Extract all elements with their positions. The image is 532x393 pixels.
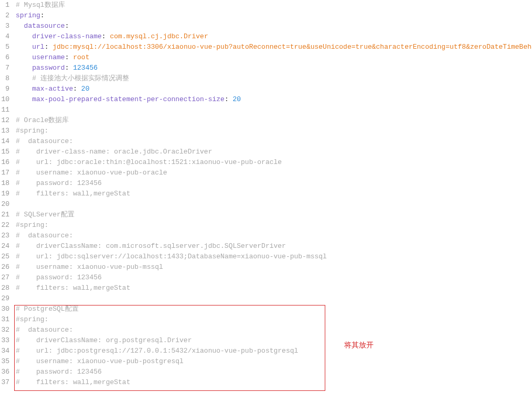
code-line: 26# username: xiaonuo-vue-pub-mssql [0,262,532,272]
line-number: 9 [0,84,13,94]
token: # username: xiaonuo-vue-pub-oracle [16,169,167,177]
line-number: 25 [0,252,13,262]
code-content: username: root [13,52,532,63]
token: root [73,53,89,61]
code-content: url: jdbc:mysql://localhost:3306/xiaonuo… [13,42,532,52]
code-line: 17# username: xiaonuo-vue-pub-oracle [0,168,532,178]
code-content [13,199,532,210]
token: : [45,43,53,51]
token: # url: jdbc:sqlserver://localhost:1433;D… [16,253,327,260]
code-line: 20 [0,199,532,210]
line-number: 32 [0,325,13,335]
line-number: 37 [0,377,13,388]
token: username [32,53,65,61]
token: #spring: [16,221,48,229]
code-content: # SQLServer配置 [13,210,532,220]
code-line: 13#spring: [0,126,532,136]
token: : [73,85,81,93]
line-number: 21 [0,210,13,220]
code-line: 29 [0,293,532,304]
code-content: max-pool-prepared-statement-per-connecti… [13,94,532,105]
token: # url: jdbc:oracle:thin:@localhost:1521:… [16,158,282,166]
code-line: 31#spring: [0,314,532,325]
code-line: 10 max-pool-prepared-statement-per-conne… [0,94,532,105]
code-content: password: 123456 [13,63,532,73]
code-line: 1# Mysql数据库 [0,0,532,10]
token: # username: xiaonuo-vue-pub-postgresql [16,357,184,365]
token: : [65,22,69,30]
token: max-pool-prepared-statement-per-connecti… [32,95,225,103]
line-number: 14 [0,136,13,147]
code-content [13,105,532,115]
token [16,43,32,51]
token: #spring: [16,127,48,135]
code-content: datasource: [13,21,532,31]
line-number: 4 [0,31,13,42]
code-content: # Oracle数据库 [13,115,532,126]
code-line: 12# Oracle数据库 [0,115,532,126]
line-number: 16 [0,157,13,168]
token: 20 [233,95,241,103]
token [16,95,32,103]
line-number: 28 [0,283,13,293]
code-content: # filters: wall,mergeStat [13,283,532,293]
code-line: 32# datasource: [0,325,532,335]
line-number: 36 [0,367,13,377]
line-number: 1 [0,0,13,10]
line-number: 2 [0,10,13,21]
token [16,22,24,30]
line-number: 10 [0,94,13,105]
token: # password: 123456 [16,368,102,376]
token: # datasource: [16,137,73,145]
code-content: #spring: [13,126,532,136]
line-number: 5 [0,42,13,52]
code-line: 33# driverClassName: org.postgresql.Driv… [0,335,532,346]
token: # password: 123456 [16,274,102,281]
code-line: 19# filters: wall,mergeStat [0,189,532,199]
code-content: # driverClassName: org.postgresql.Driver [13,335,532,346]
line-number: 29 [0,293,13,304]
token: # PostgreSQL配置 [16,305,79,313]
token: # url: jdbc:postgresql://127.0.0.1:5432/… [16,347,298,355]
token: #spring: [16,315,48,323]
line-number: 24 [0,241,13,252]
line-number: 13 [0,126,13,136]
token: 20 [81,85,90,93]
code-content: # url: jdbc:sqlserver://localhost:1433;D… [13,252,532,262]
code-content: # username: xiaonuo-vue-pub-postgresql [13,356,532,367]
line-number: 3 [0,21,13,31]
annotation-label: 将其放开 [344,340,374,350]
code-line: 15# driver-class-name: oracle.jdbc.Oracl… [0,147,532,157]
code-line: 9 max-active: 20 [0,84,532,94]
code-content: # driverClassName: com.microsoft.sqlserv… [13,241,532,252]
line-number: 35 [0,356,13,367]
code-content: # PostgreSQL配置 [13,304,532,314]
code-line: 7 password: 123456 [0,63,532,73]
line-number: 34 [0,346,13,356]
line-number: 23 [0,231,13,241]
token [16,64,32,72]
token [16,32,32,40]
line-number: 15 [0,147,13,157]
token [16,74,32,82]
line-number: 11 [0,105,13,115]
line-number: 12 [0,115,13,126]
code-content [13,293,532,304]
token: # SQLServer配置 [16,211,75,219]
line-number: 18 [0,178,13,189]
code-line: 18# password: 123456 [0,178,532,189]
token: password [32,64,65,72]
code-line: 3 datasource: [0,21,532,31]
code-line: 35# username: xiaonuo-vue-pub-postgresql [0,356,532,367]
code-line: 23# datasource: [0,231,532,241]
code-line: 2spring: [0,10,532,21]
line-number: 8 [0,73,13,84]
code-content: # username: xiaonuo-vue-pub-oracle [13,168,532,178]
token: # filters: wall,mergeStat [16,190,130,198]
token: driver-class-name [32,32,102,40]
token: : [225,95,233,103]
token: : [65,53,73,61]
code-content: # url: jdbc:postgresql://127.0.0.1:5432/… [13,346,532,356]
token: : [40,12,45,19]
code-line: 25# url: jdbc:sqlserver://localhost:1433… [0,252,532,262]
